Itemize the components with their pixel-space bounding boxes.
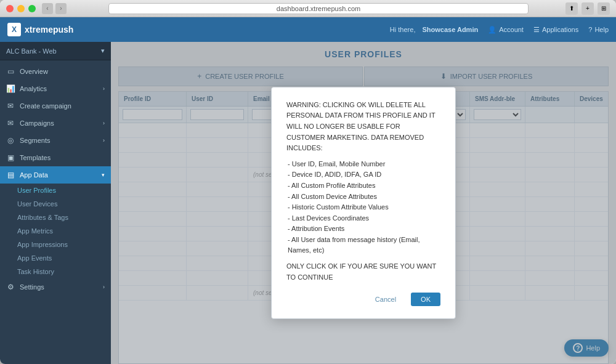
forward-arrow[interactable]: › bbox=[55, 3, 67, 14]
list-item: - Historic Custom Attribute Values bbox=[286, 202, 440, 213]
sidebar-item-label: Segments bbox=[20, 137, 51, 144]
sidebar-sub-item-app-impressions[interactable]: App Impressions bbox=[0, 238, 111, 251]
sidebar-item-label: Settings bbox=[20, 283, 44, 291]
greeting-item: Hi there, Showcase Admin bbox=[390, 26, 478, 33]
sidebar-item-label: App Data bbox=[20, 171, 48, 179]
help-nav-item[interactable]: ? Help bbox=[588, 26, 609, 33]
share-icon[interactable]: ⬆ bbox=[565, 2, 578, 15]
sidebar: ALC Bank - Web ▾ ▭ Overview 📊 Analytics … bbox=[0, 42, 111, 364]
minimize-button[interactable] bbox=[17, 5, 25, 12]
chevron-right-icon: › bbox=[103, 137, 105, 144]
traffic-lights bbox=[6, 5, 36, 12]
sidebar-item-label: Overview bbox=[20, 68, 48, 75]
main-layout: ALC Bank - Web ▾ ▭ Overview 📊 Analytics … bbox=[0, 42, 616, 364]
account-nav-item[interactable]: 👤 Account bbox=[488, 26, 524, 34]
app-selector-label: ALC Bank - Web bbox=[6, 47, 57, 55]
app-selector[interactable]: ALC Bank - Web ▾ bbox=[0, 42, 111, 60]
modal-body: WARNING: CLICKING OK WILL DELETE ALL PER… bbox=[286, 100, 440, 283]
sidebar-sub-label: User Profiles bbox=[17, 187, 56, 194]
brand: X xtremepush bbox=[7, 23, 73, 36]
list-item: - All User data from message history (Em… bbox=[286, 235, 440, 256]
sidebar-section-main: ▭ Overview 📊 Analytics › ✉ Create campai… bbox=[0, 60, 111, 298]
delete-confirmation-dialog: WARNING: CLICKING OK WILL DELETE ALL PER… bbox=[271, 87, 456, 320]
sidebar-sub-label: Task History bbox=[17, 268, 54, 275]
modal-overlay: WARNING: CLICKING OK WILL DELETE ALL PER… bbox=[111, 42, 616, 364]
sidebar-sub-label: App Events bbox=[17, 254, 52, 262]
nav-arrows: ‹ › bbox=[42, 3, 67, 14]
settings-icon: ⚙ bbox=[6, 283, 15, 291]
sidebar-sub-label: App Metrics bbox=[17, 227, 53, 235]
sidebar-sub-item-app-metrics[interactable]: App Metrics bbox=[0, 224, 111, 238]
nav-right: Hi there, Showcase Admin 👤 Account ☰ App… bbox=[390, 26, 609, 34]
sidebar-sub-item-app-events[interactable]: App Events bbox=[0, 251, 111, 265]
overview-icon: ▭ bbox=[6, 67, 15, 76]
list-item: - All Custom Device Attributes bbox=[286, 192, 440, 203]
sidebar-item-analytics[interactable]: 📊 Analytics › bbox=[0, 80, 111, 97]
templates-icon: ▣ bbox=[6, 153, 15, 162]
app-data-icon: ▤ bbox=[6, 171, 15, 179]
sidebar-item-campaigns[interactable]: ✉ Campaigns › bbox=[0, 115, 111, 132]
list-item: - Last Devices Coordinates bbox=[286, 213, 440, 224]
list-item: - All Custom Profile Attributes bbox=[286, 180, 440, 192]
address-text: dashboard.xtremepush.com bbox=[277, 5, 360, 12]
list-item: - Device ID, ADID, IDFA, GA ID bbox=[286, 169, 440, 180]
applications-label: Applications bbox=[542, 26, 578, 33]
sidebar-item-label: Campaigns bbox=[20, 119, 54, 127]
analytics-icon: 📊 bbox=[6, 84, 15, 93]
username-text: Showcase Admin bbox=[423, 26, 479, 33]
sidebar-item-label: Templates bbox=[20, 154, 51, 161]
sidebar-item-label: Analytics bbox=[20, 85, 47, 92]
sidebar-sub-item-attributes-tags[interactable]: Attributes & Tags bbox=[0, 211, 111, 224]
cancel-button[interactable]: Cancel bbox=[367, 293, 405, 306]
chevron-right-icon: › bbox=[103, 86, 105, 92]
brand-logo: X bbox=[7, 23, 21, 36]
sidebar-sub-item-user-devices[interactable]: User Devices bbox=[0, 197, 111, 211]
chevron-down-icon: ▾ bbox=[102, 172, 105, 178]
sidebar-sub-label: User Devices bbox=[17, 200, 57, 208]
sidebar-item-app-data[interactable]: ▤ App Data ▾ bbox=[0, 166, 111, 184]
applications-nav-item[interactable]: ☰ Applications bbox=[533, 26, 578, 34]
modal-footer: Cancel OK bbox=[286, 293, 440, 306]
account-label: Account bbox=[499, 26, 524, 33]
back-arrow[interactable]: ‹ bbox=[42, 3, 53, 14]
list-item: - Attribution Events bbox=[286, 224, 440, 235]
campaigns-icon: ✉ bbox=[6, 119, 15, 127]
top-nav: X xtremepush Hi there, Showcase Admin 👤 … bbox=[0, 17, 616, 42]
sidebar-item-label: Create campaign bbox=[20, 102, 71, 110]
greeting-text: Hi there, bbox=[390, 26, 416, 33]
chevron-right-icon: › bbox=[103, 284, 105, 290]
content-area: USER PROFILES + CREATE USER PROFILE ⬇ IM… bbox=[111, 42, 616, 364]
chevron-right-icon: › bbox=[103, 120, 105, 126]
sidebar-item-create-campaign[interactable]: ✉ Create campaign bbox=[0, 97, 111, 115]
sidebar-sub-label: Attributes & Tags bbox=[17, 214, 68, 221]
title-bar: ‹ › dashboard.xtremepush.com ⬆ + ⊞ bbox=[0, 0, 616, 17]
address-bar[interactable]: dashboard.xtremepush.com bbox=[108, 3, 529, 14]
modal-items-list: - User ID, Email, Mobile Number - Device… bbox=[286, 159, 440, 256]
grid-icon[interactable]: ⊞ bbox=[598, 2, 610, 15]
sidebar-sub-label: App Impressions bbox=[17, 241, 68, 248]
help-label: Help bbox=[594, 26, 609, 33]
modal-warning-text: WARNING: CLICKING OK WILL DELETE ALL PER… bbox=[286, 100, 440, 154]
segments-icon: ◎ bbox=[6, 136, 15, 145]
sidebar-item-settings[interactable]: ⚙ Settings › bbox=[0, 278, 111, 296]
ok-button[interactable]: OK bbox=[411, 293, 440, 306]
modal-confirm-text: ONLY CLICK OK IF YOU ARE SURE YOU WANT T… bbox=[286, 261, 440, 283]
help-icon: ? bbox=[588, 26, 592, 33]
sidebar-sub-item-user-profiles[interactable]: User Profiles bbox=[0, 184, 111, 197]
sidebar-sub-item-task-history[interactable]: Task History bbox=[0, 265, 111, 278]
create-campaign-icon: ✉ bbox=[6, 102, 15, 110]
list-item: - User ID, Email, Mobile Number bbox=[286, 159, 440, 170]
account-icon: 👤 bbox=[488, 26, 496, 34]
sidebar-item-templates[interactable]: ▣ Templates bbox=[0, 149, 111, 166]
brand-name: xtremepush bbox=[25, 25, 73, 34]
window-actions: ⬆ + ⊞ bbox=[565, 2, 610, 15]
sidebar-item-overview[interactable]: ▭ Overview bbox=[0, 63, 111, 80]
sidebar-item-segments[interactable]: ◎ Segments › bbox=[0, 132, 111, 149]
chevron-down-icon: ▾ bbox=[101, 47, 105, 55]
close-button[interactable] bbox=[6, 5, 14, 12]
bookmark-icon[interactable]: + bbox=[582, 2, 594, 15]
applications-icon: ☰ bbox=[533, 26, 540, 34]
maximize-button[interactable] bbox=[28, 5, 36, 12]
